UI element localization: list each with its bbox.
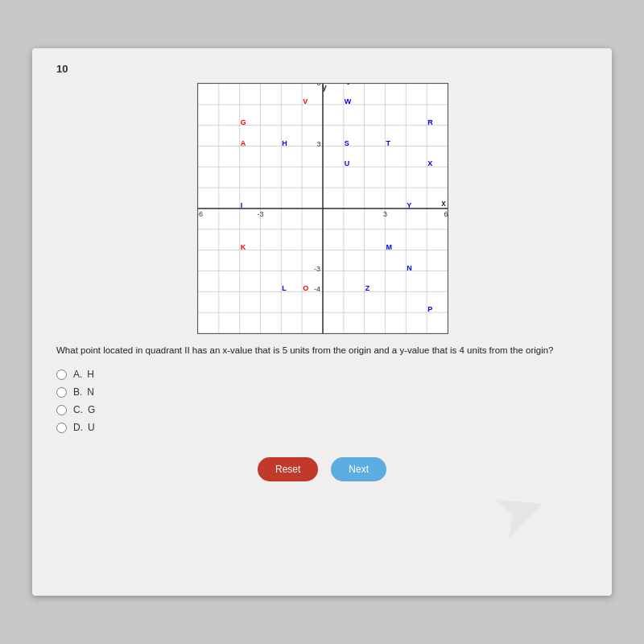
graph-wrapper xyxy=(197,83,447,332)
option-d-label: D. xyxy=(73,422,83,433)
buttons-area: Reset Next xyxy=(56,457,588,481)
option-b-value: N xyxy=(87,386,94,398)
option-b[interactable]: B. N xyxy=(56,386,588,398)
radio-b[interactable] xyxy=(56,387,67,398)
option-c-label: C. xyxy=(73,404,83,415)
page-container: 10 What point located in quadrant II has… xyxy=(32,48,612,596)
question-text: What point located in quadrant II has an… xyxy=(56,344,588,357)
option-d-value: U xyxy=(88,422,95,433)
radio-a[interactable] xyxy=(56,369,67,380)
options-list: A. H B. N C. G D. U xyxy=(56,369,588,433)
option-c[interactable]: C. G xyxy=(56,404,588,415)
radio-d[interactable] xyxy=(56,423,67,433)
option-a[interactable]: A. H xyxy=(56,369,588,380)
option-b-label: B. xyxy=(73,386,82,398)
reset-button[interactable]: Reset xyxy=(258,457,318,481)
option-a-value: H xyxy=(87,369,94,380)
next-button[interactable]: Next xyxy=(331,457,386,481)
option-a-label: A. xyxy=(73,369,82,380)
question-number: 10 xyxy=(56,63,588,75)
option-d[interactable]: D. U xyxy=(56,422,588,433)
radio-c[interactable] xyxy=(56,405,67,415)
graph-area xyxy=(56,83,588,332)
coordinate-graph xyxy=(197,83,448,334)
option-c-value: G xyxy=(88,404,95,415)
